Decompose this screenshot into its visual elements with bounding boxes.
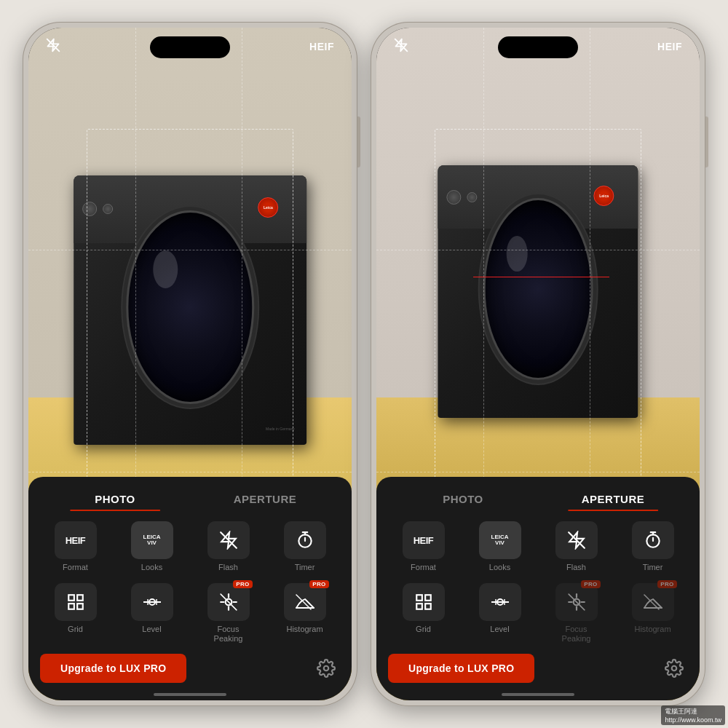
controls-panel-left: PHOTO APERTURE HEIF Format xyxy=(28,477,352,700)
camera-object-right: Leica xyxy=(438,82,638,418)
flash-icon-box-right xyxy=(555,521,598,559)
ctrl-level[interactable]: Level xyxy=(116,583,187,644)
ctrl-format[interactable]: HEIF Format xyxy=(40,521,111,572)
looks-label-text: Looks xyxy=(141,563,162,572)
ctrl-timer-right[interactable]: Timer xyxy=(617,521,688,572)
tab-row-right: PHOTO APERTURE xyxy=(388,488,688,510)
ctrl-focus-peaking[interactable]: PRO FocusPeaking xyxy=(193,583,264,644)
looks-icon-box-right: LEICAVIV xyxy=(479,521,521,559)
phone-left: HEIF Leica Made xyxy=(23,22,357,706)
dynamic-island xyxy=(150,36,230,58)
settings-icon-right[interactable] xyxy=(660,654,688,682)
format-icon-box-right: HEIF xyxy=(403,521,445,559)
svg-point-24 xyxy=(324,666,329,671)
timer-icon-box xyxy=(284,521,326,559)
ctrl-level-right[interactable]: Level xyxy=(464,583,535,644)
bottom-row-right: Upgrade to LUX PRO xyxy=(388,654,688,683)
tab-photo[interactable]: PHOTO xyxy=(40,488,190,510)
dynamic-island-right xyxy=(498,36,578,58)
level-label-text-right: Level xyxy=(490,625,509,634)
level-icon-box-right xyxy=(479,583,521,621)
tab-aperture-right[interactable]: APERTURE xyxy=(538,488,688,510)
svg-rect-10 xyxy=(68,604,74,609)
timer-label-text: Timer xyxy=(295,563,315,572)
phone-right: HEIF Leica xyxy=(371,22,705,706)
tab-aperture[interactable]: APERTURE xyxy=(190,488,340,510)
watermark-site: 電腦王阿達 xyxy=(665,707,721,716)
svg-rect-9 xyxy=(77,595,83,601)
grid-label-text: Grid xyxy=(68,625,83,634)
ctrl-flash-right[interactable]: Flash xyxy=(541,521,612,572)
tab-photo-right[interactable]: PHOTO xyxy=(388,488,538,510)
pro-badge-histogram: PRO xyxy=(309,580,328,588)
looks-label-text-right: Looks xyxy=(489,563,510,572)
settings-icon[interactable] xyxy=(312,654,340,682)
watermark-url: http://www.koom.tw xyxy=(665,716,721,724)
histogram-label-text: Histogram xyxy=(286,625,323,634)
ctrl-grid[interactable]: Grid xyxy=(40,583,111,644)
svg-rect-34 xyxy=(425,595,431,601)
upgrade-button-right[interactable]: Upgrade to LUX PRO xyxy=(388,654,534,683)
controls-grid-row1: HEIF Format LEICAVIV Looks xyxy=(40,521,340,572)
home-indicator-right xyxy=(502,693,574,696)
flash-icon-box xyxy=(207,521,250,559)
controls-grid-row1-right: HEIF Format LEICAVIV Looks xyxy=(388,521,688,572)
focus-peaking-label-text-right: FocusPeaking xyxy=(562,625,591,644)
histogram-icon-box-right: PRO xyxy=(632,583,674,621)
grid-label-text-right: Grid xyxy=(416,625,431,634)
svg-rect-36 xyxy=(425,604,431,609)
timer-icon-box-right xyxy=(632,521,674,559)
camera-object: Leica Made in Germany xyxy=(74,108,306,445)
format-label-text: Format xyxy=(63,563,88,572)
leica-viv-text-right: LEICAVIV xyxy=(491,534,509,547)
ctrl-looks-right[interactable]: LEICAVIV Looks xyxy=(464,521,535,572)
ctrl-histogram-right[interactable]: PRO Histogram xyxy=(617,583,688,644)
controls-panel-right: PHOTO APERTURE HEIF Format xyxy=(376,477,700,700)
histogram-label-text-right: Histogram xyxy=(634,625,670,634)
format-label-text-right: Format xyxy=(411,563,436,572)
leica-viv-text: LEICAVIV xyxy=(143,534,161,547)
tab-row: PHOTO APERTURE xyxy=(40,488,340,510)
level-label-text: Level xyxy=(142,625,161,634)
flash-label-text-right: Flash xyxy=(566,563,586,572)
ctrl-timer[interactable]: Timer xyxy=(269,521,340,572)
flash-label-text: Flash xyxy=(218,563,238,572)
svg-rect-35 xyxy=(416,604,422,609)
format-icon-box: HEIF xyxy=(55,521,97,559)
looks-icon-box: LEICAVIV xyxy=(131,521,173,559)
ctrl-flash[interactable]: Flash xyxy=(193,521,264,572)
focus-peaking-icon-box: PRO xyxy=(207,583,250,621)
svg-rect-8 xyxy=(68,595,74,601)
watermark: 電腦王阿達 http://www.koom.tw xyxy=(661,705,725,725)
ctrl-format-right[interactable]: HEIF Format xyxy=(388,521,459,572)
svg-point-49 xyxy=(672,666,677,671)
svg-rect-11 xyxy=(77,604,83,609)
ctrl-looks[interactable]: LEICAVIV Looks xyxy=(116,521,187,572)
timer-label-text-right: Timer xyxy=(643,563,663,572)
format-label-right: HEIF xyxy=(657,41,682,52)
controls-grid-row2-right: Grid Level xyxy=(388,583,688,644)
ctrl-histogram[interactable]: PRO Histogram xyxy=(269,583,340,644)
level-icon-box xyxy=(131,583,173,621)
pro-badge-focus-right: PRO xyxy=(581,580,600,588)
controls-grid-row2: Grid Level xyxy=(40,583,340,644)
focus-peaking-label-text: FocusPeaking xyxy=(214,625,243,644)
histogram-icon-box: PRO xyxy=(284,583,326,621)
svg-rect-33 xyxy=(416,595,422,601)
flash-off-icon-right xyxy=(394,38,408,55)
home-indicator xyxy=(154,693,226,696)
format-label: HEIF xyxy=(309,41,334,52)
ctrl-grid-right[interactable]: Grid xyxy=(388,583,459,644)
flash-off-icon xyxy=(46,38,60,55)
grid-icon-box xyxy=(55,583,97,621)
ctrl-focus-peaking-right[interactable]: PRO FocusPeaking xyxy=(541,583,612,644)
grid-icon-box-right xyxy=(403,583,445,621)
pro-badge-focus: PRO xyxy=(233,580,252,588)
upgrade-button[interactable]: Upgrade to LUX PRO xyxy=(40,654,186,683)
bottom-row-left: Upgrade to LUX PRO xyxy=(40,654,340,683)
pro-badge-histogram-right: PRO xyxy=(657,580,676,588)
focus-peaking-icon-box-right: PRO xyxy=(555,583,598,621)
